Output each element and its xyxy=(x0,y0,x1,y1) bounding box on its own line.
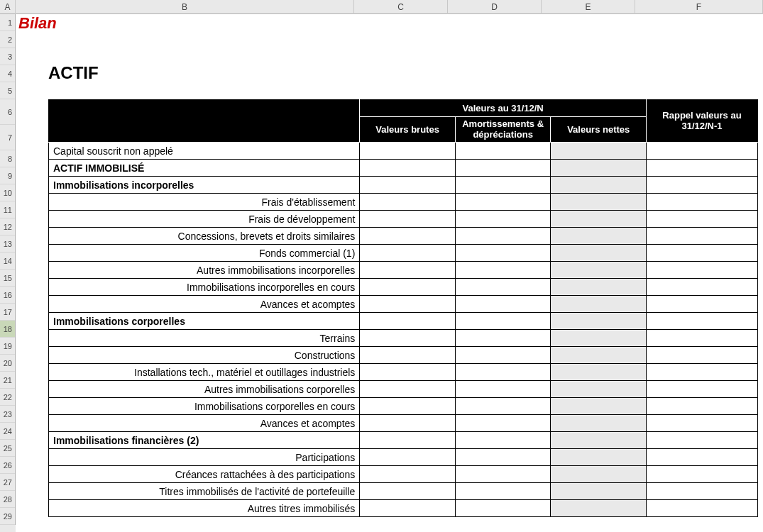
cell-nettes[interactable] xyxy=(551,449,647,466)
cell-rappel[interactable] xyxy=(646,364,757,381)
cell-rappel[interactable] xyxy=(646,296,757,313)
row-header-21[interactable]: 21 xyxy=(0,372,15,389)
cell-rappel[interactable] xyxy=(646,381,757,398)
cell-amort[interactable] xyxy=(455,143,551,160)
cell-brutes[interactable] xyxy=(360,330,456,347)
cell-amort[interactable] xyxy=(455,279,551,296)
cell-amort[interactable] xyxy=(455,245,551,262)
cell-nettes[interactable] xyxy=(551,398,647,415)
row-header-20[interactable]: 20 xyxy=(0,355,15,372)
cell-brutes[interactable] xyxy=(360,313,456,330)
cell-rappel[interactable] xyxy=(646,500,757,517)
row-header-23[interactable]: 23 xyxy=(0,406,15,423)
cell-amort[interactable] xyxy=(455,160,551,177)
cell-brutes[interactable] xyxy=(360,262,456,279)
cell-amort[interactable] xyxy=(455,466,551,483)
cell-brutes[interactable] xyxy=(360,398,456,415)
row-header-2[interactable]: 2 xyxy=(0,31,15,48)
cell-amort[interactable] xyxy=(455,194,551,211)
cell-brutes[interactable] xyxy=(360,296,456,313)
cell-nettes[interactable] xyxy=(551,347,647,364)
cell-brutes[interactable] xyxy=(360,415,456,432)
cell-amort[interactable] xyxy=(455,381,551,398)
cell-brutes[interactable] xyxy=(360,449,456,466)
row-header-16[interactable]: 16 xyxy=(0,287,15,304)
cell-brutes[interactable] xyxy=(360,228,456,245)
cell-rappel[interactable] xyxy=(646,432,757,449)
cell-nettes[interactable] xyxy=(551,313,647,330)
cell-rappel[interactable] xyxy=(646,194,757,211)
cell-brutes[interactable] xyxy=(360,143,456,160)
row-header-6[interactable]: 6 xyxy=(0,99,15,125)
cell-rappel[interactable] xyxy=(646,245,757,262)
cell-rappel[interactable] xyxy=(646,143,757,160)
cell-amort[interactable] xyxy=(455,347,551,364)
cell-rappel[interactable] xyxy=(646,483,757,500)
cell-nettes[interactable] xyxy=(551,160,647,177)
cell-nettes[interactable] xyxy=(551,245,647,262)
cell-brutes[interactable] xyxy=(360,211,456,228)
cell-brutes[interactable] xyxy=(360,500,456,517)
cell-nettes[interactable] xyxy=(551,483,647,500)
cell-amort[interactable] xyxy=(455,500,551,517)
cell-brutes[interactable] xyxy=(360,347,456,364)
column-header-C[interactable]: C xyxy=(354,0,448,14)
cell-amort[interactable] xyxy=(455,211,551,228)
cell-brutes[interactable] xyxy=(360,483,456,500)
cell-nettes[interactable] xyxy=(551,415,647,432)
cell-nettes[interactable] xyxy=(551,279,647,296)
cell-amort[interactable] xyxy=(455,483,551,500)
cell-brutes[interactable] xyxy=(360,245,456,262)
row-header-19[interactable]: 19 xyxy=(0,338,15,355)
cell-brutes[interactable] xyxy=(360,381,456,398)
cell-amort[interactable] xyxy=(455,449,551,466)
cell-amort[interactable] xyxy=(455,262,551,279)
cell-nettes[interactable] xyxy=(551,211,647,228)
cell-brutes[interactable] xyxy=(360,364,456,381)
cell-rappel[interactable] xyxy=(646,398,757,415)
cell-rappel[interactable] xyxy=(646,313,757,330)
cell-nettes[interactable] xyxy=(551,177,647,194)
cell-rappel[interactable] xyxy=(646,330,757,347)
row-header-26[interactable]: 26 xyxy=(0,457,15,474)
row-header-4[interactable]: 4 xyxy=(0,65,15,82)
cell-rappel[interactable] xyxy=(646,279,757,296)
row-header-29[interactable]: 29 xyxy=(0,508,15,525)
cell-nettes[interactable] xyxy=(551,296,647,313)
column-header-F[interactable]: F xyxy=(635,0,763,14)
cell-amort[interactable] xyxy=(455,398,551,415)
cell-amort[interactable] xyxy=(455,228,551,245)
cell-rappel[interactable] xyxy=(646,347,757,364)
cell-rappel[interactable] xyxy=(646,449,757,466)
cell-brutes[interactable] xyxy=(360,160,456,177)
row-header-3[interactable]: 3 xyxy=(0,48,15,65)
cell-nettes[interactable] xyxy=(551,364,647,381)
cell-amort[interactable] xyxy=(455,313,551,330)
cell-rappel[interactable] xyxy=(646,177,757,194)
cell-amort[interactable] xyxy=(455,415,551,432)
row-header-13[interactable]: 13 xyxy=(0,235,15,253)
cell-rappel[interactable] xyxy=(646,466,757,483)
row-header-9[interactable]: 9 xyxy=(0,167,15,184)
cell-nettes[interactable] xyxy=(551,228,647,245)
cell-nettes[interactable] xyxy=(551,381,647,398)
column-header-B[interactable]: B xyxy=(16,0,354,14)
cell-brutes[interactable] xyxy=(360,466,456,483)
cell-nettes[interactable] xyxy=(551,143,647,160)
row-header-25[interactable]: 25 xyxy=(0,440,15,457)
row-header-22[interactable]: 22 xyxy=(0,389,15,406)
cell-brutes[interactable] xyxy=(360,279,456,296)
row-header-5[interactable]: 5 xyxy=(0,82,15,99)
cell-nettes[interactable] xyxy=(551,330,647,347)
cell-rappel[interactable] xyxy=(646,415,757,432)
column-header-D[interactable]: D xyxy=(448,0,542,14)
row-header-15[interactable]: 15 xyxy=(0,270,15,287)
row-header-18[interactable]: 18 xyxy=(0,321,15,338)
cell-nettes[interactable] xyxy=(551,194,647,211)
row-header-8[interactable]: 8 xyxy=(0,150,15,167)
row-header-11[interactable]: 11 xyxy=(0,201,15,218)
row-header-17[interactable]: 17 xyxy=(0,304,15,321)
cell-nettes[interactable] xyxy=(551,432,647,449)
cell-amort[interactable] xyxy=(455,177,551,194)
cell-amort[interactable] xyxy=(455,296,551,313)
